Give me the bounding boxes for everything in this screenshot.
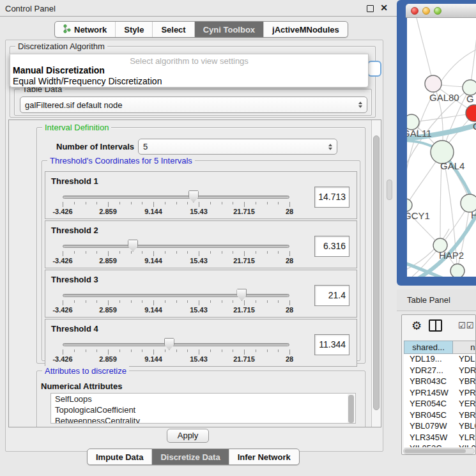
- algorithm-dropdown-popup: Select algorithm to view settings Manual…: [10, 54, 369, 88]
- table-cell[interactable]: YLR3: [453, 433, 476, 444]
- algorithm-select-focused-fragment[interactable]: [367, 61, 381, 77]
- table-cell[interactable]: YBR045C: [404, 410, 453, 422]
- vertical-scrollbar-thumb[interactable]: [373, 135, 380, 410]
- table-cell[interactable]: YDL19...: [404, 354, 453, 365]
- table-data-group: Table Data galFiltered.sif default node: [14, 89, 372, 116]
- table-cell[interactable]: YIL052C: [404, 443, 453, 447]
- table-cell[interactable]: YDR2: [453, 365, 476, 377]
- vertical-scrollbar[interactable]: [371, 120, 381, 427]
- numerical-attributes-label: Numerical Attributes: [41, 381, 122, 391]
- network-edge[interactable]: [416, 18, 433, 84]
- slider-ticks: [63, 202, 289, 208]
- threshold-value-field[interactable]: 11.344: [314, 334, 349, 355]
- table-row[interactable]: YBL079WYBL0: [404, 421, 476, 433]
- attribute-list-item[interactable]: BetweennessCentrality: [51, 415, 355, 424]
- network-edge[interactable]: [470, 29, 476, 88]
- tab-infer-network[interactable]: Infer Network: [229, 449, 299, 464]
- table-cell[interactable]: YBL079W: [404, 421, 453, 433]
- tab-cyni-toolbox[interactable]: Cyni Toolbox: [194, 22, 263, 37]
- tab-jactivemnodules[interactable]: jActiveMNodules: [263, 22, 348, 37]
- stepper-icon: [328, 144, 332, 150]
- table-cell[interactable]: YPR145W: [404, 388, 453, 399]
- tab-label: Network: [74, 25, 107, 35]
- algorithm-option[interactable]: Equal Width/Frequency Discretization: [13, 76, 162, 86]
- screen: Control Panel ✕ NetworkStyleSelectCyni T…: [0, 0, 476, 476]
- table-panel-header: Table Panel: [397, 289, 476, 311]
- threshold-slider-track[interactable]: [63, 343, 289, 346]
- table-cell[interactable]: YER054C: [404, 399, 453, 410]
- threshold-slider-thumb[interactable]: [164, 338, 174, 350]
- slider-tick-labels: -3.4262.8599.14415.4321.71528: [63, 257, 289, 265]
- network-node[interactable]: [450, 264, 464, 277]
- horizontal-scrollbar-thumb[interactable]: [404, 449, 466, 453]
- table-cell[interactable]: YDL1: [453, 354, 476, 365]
- tab-network[interactable]: Network: [55, 22, 115, 37]
- float-window-icon[interactable]: [367, 5, 374, 12]
- discretization-algorithm-label: Discretization Algorithm: [15, 42, 107, 51]
- checkbox-checked-icons[interactable]: ☑☑: [458, 321, 474, 330]
- panel-splitter-handle[interactable]: [387, 180, 392, 200]
- table-row[interactable]: YDR27...YDR2: [404, 365, 476, 377]
- numerical-attributes-list[interactable]: SelfLoopsTopologicalCoefficientBetweenne…: [50, 393, 356, 424]
- table-cell[interactable]: YBR0: [453, 410, 476, 422]
- tab-label: Style: [124, 25, 144, 35]
- threshold-value-field[interactable]: 6.316: [314, 236, 349, 257]
- table-row[interactable]: YER054CYER0: [404, 399, 476, 410]
- table-cell[interactable]: YER0: [453, 399, 476, 410]
- apply-button[interactable]: Apply: [167, 429, 209, 443]
- threshold-slider-thumb[interactable]: [236, 289, 247, 301]
- network-canvas[interactable]: GAL80GCGAL11GAL4GCY1HHAP2: [407, 18, 476, 277]
- threshold-slider-thumb[interactable]: [188, 190, 199, 203]
- table-cell[interactable]: YBR043C: [404, 376, 453, 388]
- minimize-traffic-light-icon[interactable]: [422, 7, 430, 15]
- tab-style[interactable]: Style: [115, 22, 152, 37]
- threshold-slider-track[interactable]: [63, 196, 289, 199]
- table-cell[interactable]: YLR345W: [404, 433, 453, 444]
- table-row[interactable]: YPR145WYPR1: [404, 388, 476, 399]
- attribute-list-item[interactable]: SelfLoops: [51, 394, 355, 404]
- close-traffic-light-icon[interactable]: [411, 7, 418, 15]
- threshold-slider-track[interactable]: [63, 245, 289, 248]
- table-cell[interactable]: YDR27...: [404, 365, 453, 377]
- network-edge-thick[interactable]: [407, 262, 476, 277]
- column-header-shared[interactable]: shared...: [404, 341, 453, 354]
- network-node-gcy1[interactable]: [407, 199, 412, 211]
- tab-label: Infer Network: [238, 452, 291, 462]
- table-cell[interactable]: YIL0: [453, 443, 476, 447]
- zoom-traffic-light-icon[interactable]: [434, 7, 441, 15]
- attribute-list-item[interactable]: TopologicalCoefficient: [51, 404, 355, 415]
- number-of-intervals-select[interactable]: 5: [138, 139, 337, 155]
- table-row[interactable]: YDL19...YDL1: [404, 354, 476, 365]
- list-scrollbar[interactable]: [348, 394, 355, 424]
- table-cell[interactable]: YBR0: [453, 376, 476, 388]
- close-icon[interactable]: ✕: [380, 3, 388, 13]
- network-node-c[interactable]: [466, 105, 476, 121]
- tab-label: Select: [161, 25, 185, 35]
- table-data-select[interactable]: galFiltered.sif default node: [20, 96, 367, 113]
- algorithm-option[interactable]: Manual Discretization: [13, 65, 105, 75]
- table-row[interactable]: YIL052CYIL0: [404, 443, 476, 447]
- slider-tick-labels: -3.4262.8599.14415.4321.71528: [63, 355, 289, 363]
- tab-impute-data[interactable]: Impute Data: [88, 449, 151, 464]
- columns-icon[interactable]: [429, 319, 442, 332]
- tab-select[interactable]: Select: [152, 22, 194, 37]
- threshold-value-field[interactable]: 21.4: [314, 285, 349, 306]
- threshold-slider-track[interactable]: [63, 294, 289, 297]
- network-node-label: HAP2: [439, 250, 464, 261]
- tab-discretize-data[interactable]: Discretize Data: [151, 449, 228, 464]
- horizontal-scrollbar[interactable]: [403, 448, 475, 454]
- table-row[interactable]: YBR043CYBR0: [404, 376, 476, 388]
- list-scrollbar-thumb[interactable]: [348, 395, 354, 423]
- column-header-name[interactable]: na: [453, 341, 476, 354]
- threshold-panel: Threshold 2-3.4262.8599.14415.4321.71528…: [45, 220, 357, 268]
- network-node-gal80[interactable]: [425, 75, 441, 92]
- table-row[interactable]: YLR345WYLR3: [404, 433, 476, 444]
- table-row[interactable]: YBR045CYBR0: [404, 410, 476, 422]
- thresholds-group: Threshold's Coordinates for 5 Intervals …: [42, 160, 360, 361]
- threshold-value-field[interactable]: 14.713: [314, 187, 349, 208]
- threshold-slider-thumb[interactable]: [128, 240, 138, 252]
- table-cell[interactable]: YBL0: [453, 421, 476, 433]
- network-window-titlebar[interactable]: [406, 4, 476, 18]
- table-cell[interactable]: YPR1: [453, 388, 476, 399]
- gear-icon[interactable]: ⚙: [411, 319, 422, 333]
